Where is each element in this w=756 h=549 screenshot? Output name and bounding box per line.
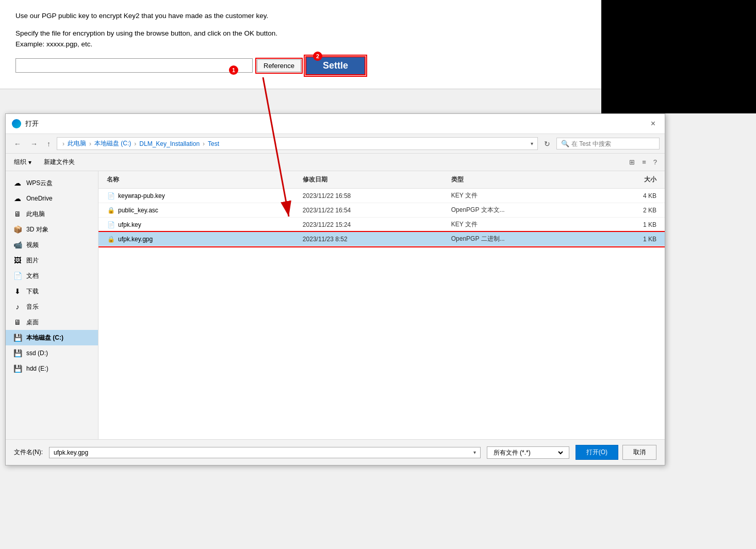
up-button[interactable]: ↑ bbox=[44, 138, 54, 149]
3dobjects-icon: 📦 bbox=[13, 225, 22, 234]
back-button[interactable]: ← bbox=[11, 138, 24, 149]
sidebar-item-3dobjects[interactable]: 📦 3D 对象 bbox=[6, 222, 98, 237]
sidebar-label-cdrive: 本地磁盘 (C:) bbox=[26, 334, 63, 342]
table-row[interactable]: 🔒 public_key.asc 2023/11/22 16:54 OpenPG… bbox=[98, 203, 665, 218]
table-row[interactable]: 🔒 ufpk.key.gpg 2023/11/23 8:52 OpenPGP 二… bbox=[98, 232, 665, 246]
new-folder-button[interactable]: 新建文件夹 bbox=[41, 156, 78, 168]
sidebar-item-onedrive[interactable]: ☁ OneDrive bbox=[6, 191, 98, 206]
file-path-input[interactable] bbox=[15, 58, 253, 73]
file-list-header: 名称 修改日期 类型 大小 bbox=[98, 171, 665, 189]
file-name-cell: 🔒 ufpk.key.gpg bbox=[104, 235, 300, 243]
nav-toolbar: ← → ↑ › 此电脑 › 本地磁盘 (C:) › DLM_Key_Instal… bbox=[6, 134, 665, 154]
file-size: 4 KB bbox=[597, 192, 660, 199]
file-name: ufpk.key.gpg bbox=[118, 236, 153, 243]
sidebar-label-videos: 视频 bbox=[26, 241, 39, 249]
ddrive-icon: 💾 bbox=[13, 348, 22, 358]
documents-icon: 📄 bbox=[13, 271, 22, 280]
forward-button[interactable]: → bbox=[27, 138, 41, 149]
file-doc-icon: 📄 bbox=[107, 192, 115, 200]
sidebar-item-wpscloud[interactable]: ☁ WPS云盘 bbox=[6, 175, 98, 191]
file-lock-icon: 🔒 bbox=[107, 235, 115, 243]
col-header-type[interactable]: 类型 bbox=[448, 173, 597, 186]
col-header-name[interactable]: 名称 bbox=[104, 173, 300, 186]
search-icon: 🔍 bbox=[561, 140, 569, 147]
file-type: OpenPGP 文本文... bbox=[448, 206, 597, 214]
sidebar-label-music: 音乐 bbox=[26, 303, 39, 311]
address-bar[interactable]: › 此电脑 › 本地磁盘 (C:) › DLM_Key_Installation… bbox=[57, 137, 538, 150]
sidebar-item-downloads[interactable]: ⬇ 下载 bbox=[6, 284, 98, 299]
file-type: OpenPGP 二进制... bbox=[448, 235, 597, 243]
file-size: 1 KB bbox=[597, 236, 660, 243]
address-folder2[interactable]: Test bbox=[208, 140, 219, 147]
address-dropdown-button[interactable]: ▾ bbox=[531, 141, 533, 146]
sidebar-item-cdrive[interactable]: 💾 本地磁盘 (C:) bbox=[6, 330, 98, 345]
organize-dropdown-icon: ▾ bbox=[28, 159, 31, 166]
file-type: KEY 文件 bbox=[448, 220, 597, 229]
open-button[interactable]: 打开(O) bbox=[576, 445, 618, 460]
file-name: ufpk.key bbox=[118, 221, 141, 228]
organize-button[interactable]: 组织 ▾ bbox=[11, 156, 35, 168]
sidebar-label-3dobjects: 3D 对象 bbox=[26, 225, 48, 234]
sidebar-label-desktop: 桌面 bbox=[26, 318, 39, 327]
sidebar-item-desktop[interactable]: 🖥 桌面 bbox=[6, 314, 98, 330]
new-folder-label: 新建文件夹 bbox=[44, 158, 75, 167]
col-header-date[interactable]: 修改日期 bbox=[300, 173, 448, 186]
onedrive-icon: ☁ bbox=[13, 194, 22, 203]
sidebar-item-videos[interactable]: 📹 视频 bbox=[6, 237, 98, 253]
table-row[interactable]: 📄 ufpk.key 2023/11/22 15:24 KEY 文件 1 KB bbox=[98, 218, 665, 232]
action-toolbar: 组织 ▾ 新建文件夹 ⊞ ≡ ? bbox=[6, 154, 665, 171]
organize-label: 组织 bbox=[14, 158, 26, 167]
address-folder1[interactable]: DLM_Key_Installation bbox=[139, 140, 200, 147]
view-list-button[interactable]: ⊞ bbox=[627, 157, 637, 167]
edge-icon bbox=[12, 119, 21, 128]
sidebar-label-onedrive: OneDrive bbox=[26, 195, 53, 202]
search-input[interactable] bbox=[571, 140, 655, 147]
dialog-title: 打开 bbox=[25, 119, 39, 128]
filetype-select[interactable]: 所有文件 (*.*) bbox=[491, 448, 565, 457]
file-date: 2023/11/22 15:24 bbox=[300, 221, 448, 228]
file-name-cell: 📄 ufpk.key bbox=[104, 221, 300, 229]
address-drive[interactable]: 本地磁盘 (C:) bbox=[94, 139, 131, 148]
sidebar-label-ddrive: ssd (D:) bbox=[26, 350, 48, 357]
dialog-title-left: 打开 bbox=[12, 119, 39, 128]
thispc-icon: 🖥 bbox=[13, 209, 22, 219]
reference-button[interactable]: Reference bbox=[257, 59, 301, 72]
file-date: 2023/11/22 16:58 bbox=[300, 192, 448, 199]
file-list: 名称 修改日期 类型 大小 📄 keywrap-pub.key 2023/11/… bbox=[98, 171, 665, 439]
address-computer[interactable]: 此电脑 bbox=[68, 139, 86, 148]
dialog-bottom: 文件名(N): ▾ 所有文件 (*.*) 打开(O) 取消 bbox=[6, 439, 665, 465]
table-row[interactable]: 📄 keywrap-pub.key 2023/11/22 16:58 KEY 文… bbox=[98, 189, 665, 203]
file-name: keywrap-pub.key bbox=[118, 192, 165, 199]
file-doc-icon: 📄 bbox=[107, 221, 115, 229]
filetype-select-wrap: 所有文件 (*.*) bbox=[487, 446, 569, 459]
sidebar: ☁ WPS云盘 ☁ OneDrive 🖥 此电脑 📦 3D 对象 📹 视频 🖼 bbox=[6, 171, 98, 439]
close-button[interactable]: × bbox=[648, 118, 659, 129]
view-icons: ⊞ ≡ ? bbox=[627, 157, 660, 167]
refresh-button[interactable]: ↻ bbox=[541, 138, 553, 149]
sidebar-item-pictures[interactable]: 🖼 图片 bbox=[6, 253, 98, 268]
badge-1: 1 bbox=[229, 65, 238, 75]
col-header-size[interactable]: 大小 bbox=[597, 173, 660, 186]
cdrive-icon: 💾 bbox=[13, 333, 22, 342]
file-size: 2 KB bbox=[597, 207, 660, 214]
dialog-content: ☁ WPS云盘 ☁ OneDrive 🖥 此电脑 📦 3D 对象 📹 视频 🖼 bbox=[6, 171, 665, 439]
sidebar-item-thispc[interactable]: 🖥 此电脑 bbox=[6, 206, 98, 222]
sidebar-item-documents[interactable]: 📄 文档 bbox=[6, 268, 98, 284]
sidebar-item-ddrive[interactable]: 💾 ssd (D:) bbox=[6, 345, 98, 361]
sidebar-label-pictures: 图片 bbox=[26, 256, 39, 265]
cancel-button[interactable]: 取消 bbox=[622, 445, 656, 460]
sidebar-label-documents: 文档 bbox=[26, 272, 39, 280]
filename-dropdown-button[interactable]: ▾ bbox=[473, 450, 476, 455]
sidebar-item-edrive[interactable]: 💾 hdd (E:) bbox=[6, 361, 98, 376]
file-name-cell: 📄 keywrap-pub.key bbox=[104, 192, 300, 200]
sidebar-label-wpscloud: WPS云盘 bbox=[26, 179, 53, 188]
file-date: 2023/11/22 16:54 bbox=[300, 207, 448, 214]
help-button[interactable]: ? bbox=[651, 157, 660, 167]
black-overlay bbox=[601, 0, 756, 113]
pictures-icon: 🖼 bbox=[13, 256, 22, 265]
filename-input[interactable] bbox=[54, 449, 473, 456]
downloads-icon: ⬇ bbox=[13, 287, 22, 296]
view-detail-button[interactable]: ≡ bbox=[639, 157, 649, 167]
sidebar-item-music[interactable]: ♪ 音乐 bbox=[6, 299, 98, 314]
file-dialog: 打开 × ← → ↑ › 此电脑 › 本地磁盘 (C:) › DLM_Key_I… bbox=[5, 113, 665, 465]
